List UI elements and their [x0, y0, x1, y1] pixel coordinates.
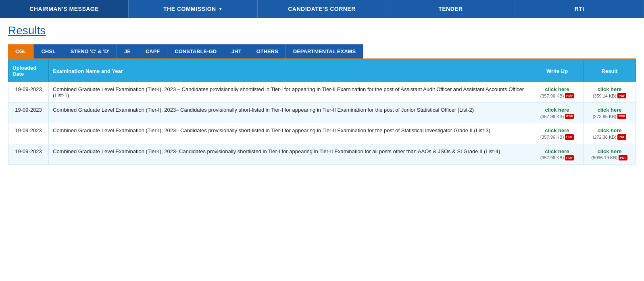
table-row: 19-09-2023 Combined Graduate Level Exami…	[8, 144, 636, 164]
col-header-date: Uploaded Date	[8, 60, 49, 82]
nav-the-commission[interactable]: THE COMMISSION ▼	[129, 0, 257, 18]
cell-exam: Combined Graduate Level Examination (Tie…	[49, 144, 531, 164]
pdf-icon: PDF	[565, 155, 574, 160]
tab-departmental-exams[interactable]: DEPARTMENTAL EXAMS	[286, 44, 363, 58]
tab-capf[interactable]: CAPF	[138, 44, 167, 58]
result-filesize: (272.38 KB) PDF	[593, 134, 627, 139]
writeup-link[interactable]: click here	[545, 107, 569, 113]
page-content: Results CGL CHSL STENO 'C' & 'D' JE CAPF…	[0, 18, 644, 165]
chevron-down-icon: ▼	[219, 7, 223, 11]
nav-candidates-corner[interactable]: CANDIDATE'S CORNER	[258, 0, 386, 18]
cell-date: 19-09-2023	[8, 144, 49, 164]
writeup-filesize: (357.96 KB) PDF	[540, 155, 574, 160]
cell-date: 19-09-2023	[8, 123, 49, 144]
tabs-bar: CGL CHSL STENO 'C' & 'D' JE CAPF CONSTAB…	[8, 44, 636, 60]
table-row: 19-09-2023 Combined Graduate Level Exami…	[8, 103, 636, 123]
result-filesize: (273.85 KB) PDF	[593, 114, 627, 119]
tab-chsl[interactable]: CHSL	[34, 44, 63, 58]
pdf-icon: PDF	[565, 114, 574, 119]
tab-others[interactable]: OTHERS	[249, 44, 286, 58]
result-link[interactable]: click here	[598, 148, 622, 154]
writeup-filesize: (357.96 KB) PDF	[540, 114, 574, 119]
pdf-icon: PDF	[565, 93, 574, 98]
cell-result: click here (273.85 KB) PDF	[584, 103, 636, 123]
tab-jht[interactable]: JHT	[224, 44, 249, 58]
cell-writeup: click here (357.96 KB) PDF	[531, 82, 584, 103]
col-header-result: Result	[584, 60, 636, 82]
nav-chairmans-message[interactable]: CHAIRMAN'S MESSAGE	[0, 0, 129, 18]
pdf-icon: PDF	[617, 114, 626, 119]
cell-exam: Combined Graduate Level Examination (Tie…	[49, 103, 531, 123]
cell-date: 19-09-2023	[8, 82, 49, 103]
writeup-link[interactable]: click here	[545, 86, 569, 92]
writeup-link[interactable]: click here	[545, 148, 569, 154]
results-table: Uploaded Date Examination Name and Year …	[8, 60, 636, 165]
navigation-bar: CHAIRMAN'S MESSAGE THE COMMISSION ▼ CAND…	[0, 0, 644, 18]
result-filesize: (359.14 KB) PDF	[593, 93, 627, 98]
cell-result: click here (272.38 KB) PDF	[584, 123, 636, 144]
tab-steno[interactable]: STENO 'C' & 'D'	[63, 44, 117, 58]
cell-writeup: click here (357.96 KB) PDF	[531, 103, 584, 123]
result-link[interactable]: click here	[598, 107, 622, 113]
tab-constable-gd[interactable]: CONSTABLE-GD	[167, 44, 224, 58]
writeup-filesize: (357.96 KB) PDF	[540, 93, 574, 98]
page-title: Results	[8, 24, 636, 37]
nav-rti[interactable]: RTI	[515, 0, 644, 18]
cell-exam: Combined Graduate Level Examination (Tie…	[49, 82, 531, 103]
result-link[interactable]: click here	[598, 127, 622, 133]
cell-result: click here (5096.19 KB) PDF	[584, 144, 636, 164]
cell-result: click here (359.14 KB) PDF	[584, 82, 636, 103]
pdf-icon: PDF	[565, 134, 574, 139]
table-row: 19-09-2023 Combined Graduate Level Exami…	[8, 82, 636, 103]
pdf-icon: PDF	[617, 93, 626, 98]
cell-writeup: click here (357.96 KB) PDF	[531, 123, 584, 144]
table-row: 19-09-2023 Combined Graduate Level Exami…	[8, 123, 636, 144]
writeup-filesize: (357.96 KB) PDF	[540, 134, 574, 139]
nav-tender[interactable]: TENDER	[386, 0, 515, 18]
pdf-icon: PDF	[617, 134, 626, 139]
cell-writeup: click here (357.96 KB) PDF	[531, 144, 584, 164]
tab-cgl[interactable]: CGL	[8, 44, 34, 58]
col-header-exam: Examination Name and Year	[49, 60, 531, 82]
pdf-icon: PDF	[619, 155, 627, 160]
result-filesize: (5096.19 KB) PDF	[592, 155, 628, 160]
writeup-link[interactable]: click here	[545, 127, 569, 133]
col-header-writeup: Write Up	[531, 60, 584, 82]
cell-date: 19-09-2023	[8, 103, 49, 123]
cell-exam: Combined Graduate Level Examination (Tie…	[49, 123, 531, 144]
result-link[interactable]: click here	[598, 86, 622, 92]
tab-je[interactable]: JE	[117, 44, 138, 58]
